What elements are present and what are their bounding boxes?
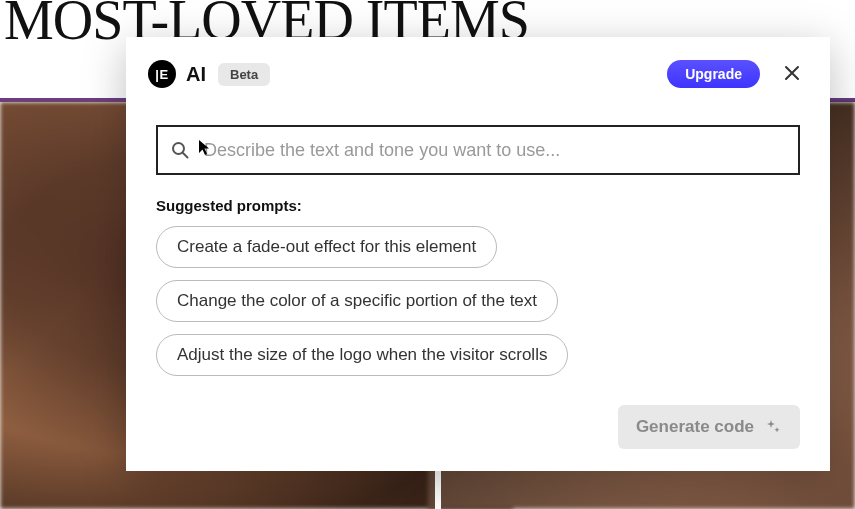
modal-title: AI <box>186 63 206 86</box>
prompt-chip[interactable]: Adjust the size of the logo when the vis… <box>156 334 568 376</box>
suggested-prompts-list: Create a fade-out effect for this elemen… <box>156 226 800 376</box>
prompt-chip[interactable]: Create a fade-out effect for this elemen… <box>156 226 497 268</box>
modal-header: |E AI Beta Upgrade <box>126 37 830 111</box>
beta-badge: Beta <box>218 63 270 86</box>
sparkle-icon <box>764 418 782 436</box>
prompt-input-wrap[interactable] <box>156 125 800 175</box>
close-icon <box>783 64 801 85</box>
modal-footer: Generate code <box>126 405 830 471</box>
prompt-input[interactable] <box>204 140 786 161</box>
upgrade-button[interactable]: Upgrade <box>667 60 760 88</box>
elementor-logo-icon: |E <box>148 60 176 88</box>
generate-code-label: Generate code <box>636 417 754 437</box>
search-icon <box>170 140 190 160</box>
suggested-prompts-label: Suggested prompts: <box>156 197 800 214</box>
ai-modal: |E AI Beta Upgrade Suggested prompts: Cr… <box>126 37 830 471</box>
modal-body: Suggested prompts: Create a fade-out eff… <box>126 111 830 405</box>
generate-code-button[interactable]: Generate code <box>618 405 800 449</box>
close-button[interactable] <box>778 60 806 88</box>
prompt-chip[interactable]: Change the color of a specific portion o… <box>156 280 558 322</box>
